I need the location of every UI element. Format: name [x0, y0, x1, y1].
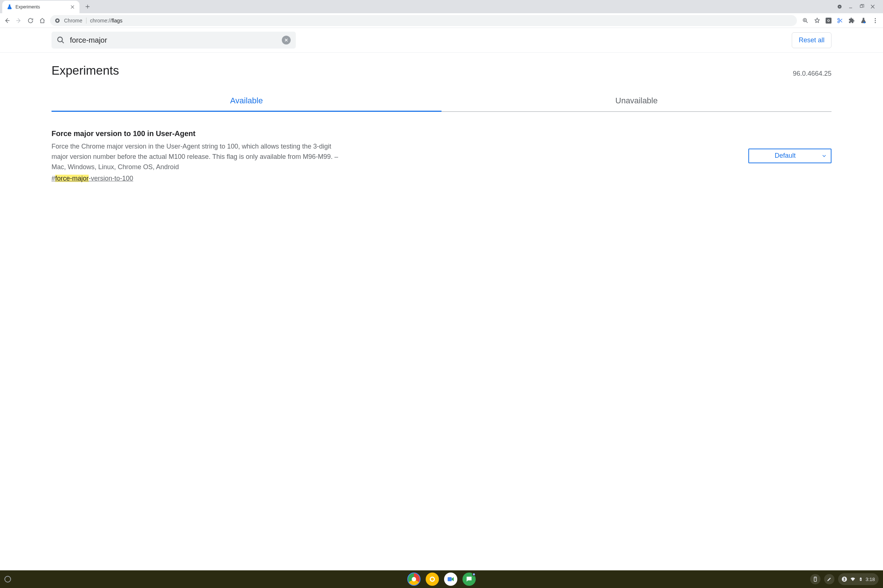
flag-text: Force major version to 100 in User-Agent… [51, 129, 737, 182]
search-input[interactable]: force-major [51, 32, 296, 48]
clock: 3:18 [866, 577, 875, 582]
browser-chrome: Experiments Chrome chrome://flags [0, 0, 883, 28]
flag-dropdown-value: Default [749, 152, 821, 160]
flag-description: Force the Chrome major version in the Us… [51, 142, 346, 172]
launcher-button[interactable] [5, 576, 11, 582]
svg-rect-1 [860, 5, 862, 8]
flag-dropdown[interactable]: Default [748, 148, 832, 163]
system-tray: 3 3:18 [810, 573, 878, 585]
duo-app-icon[interactable] [444, 573, 457, 586]
reload-button[interactable] [27, 16, 35, 25]
search-value: force-major [70, 36, 277, 45]
zoom-icon[interactable] [802, 17, 809, 24]
notification-badge: 3 [842, 577, 847, 582]
svg-point-3 [56, 20, 58, 21]
content-area: Experiments 96.0.4664.25 Available Unava… [0, 52, 883, 197]
svg-point-8 [863, 22, 865, 24]
flag-anchor-link[interactable]: #force-major-version-to-100 [51, 175, 133, 182]
star-icon[interactable] [814, 17, 820, 24]
scissors-icon[interactable] [836, 17, 843, 24]
labs-icon[interactable] [860, 17, 867, 24]
omnibox-chip: Chrome [64, 18, 83, 24]
phone-hub-icon[interactable] [810, 574, 820, 584]
flag-item: Force major version to 100 in User-Agent… [51, 129, 832, 182]
minimize-icon[interactable] [848, 4, 854, 9]
window-close-icon[interactable] [870, 4, 875, 9]
tab-title: Experiments [15, 4, 67, 9]
version-label: 96.0.4664.25 [793, 70, 832, 78]
battery-icon [859, 576, 863, 582]
wifi-icon [850, 576, 856, 582]
home-button[interactable] [38, 16, 47, 25]
browser-toolbar: Chrome chrome://flags [0, 13, 883, 28]
app-icon-2[interactable] [426, 573, 439, 586]
stylus-icon[interactable] [824, 574, 835, 584]
omnibox-url: chrome://flags [90, 18, 123, 24]
svg-point-10 [875, 20, 876, 21]
messages-app-icon[interactable] [463, 573, 476, 586]
window-controls [836, 4, 881, 9]
tab-strip: Experiments [0, 0, 883, 13]
shelf-apps [407, 573, 476, 586]
tab-unavailable[interactable]: Unavailable [442, 91, 832, 112]
shelf: 3 3:18 [0, 570, 883, 588]
status-area[interactable]: 3 3:18 [838, 573, 878, 585]
browser-tab[interactable]: Experiments [2, 1, 80, 13]
maximize-icon[interactable] [859, 4, 865, 9]
chrome-app-icon[interactable] [407, 573, 420, 586]
account-icon[interactable] [836, 4, 842, 9]
svg-point-11 [875, 22, 876, 23]
back-button[interactable] [3, 16, 11, 25]
header-row: Experiments 96.0.4664.25 [51, 64, 832, 78]
search-row: force-major Reset all [0, 28, 883, 52]
reset-all-button[interactable]: Reset all [792, 32, 832, 48]
svg-point-12 [58, 37, 63, 42]
svg-point-5 [828, 20, 830, 21]
extension-icon-1[interactable] [826, 18, 832, 24]
flask-icon [7, 4, 12, 10]
svg-rect-13 [448, 578, 452, 581]
clear-search-button[interactable] [282, 36, 291, 45]
toolbar-actions [800, 17, 880, 24]
svg-point-9 [875, 18, 876, 19]
chevron-down-icon [821, 153, 827, 159]
address-bar[interactable]: Chrome chrome://flags [50, 15, 797, 26]
tab-bar: Available Unavailable [51, 91, 832, 112]
search-icon [57, 36, 65, 44]
close-icon[interactable] [70, 4, 75, 9]
forward-button[interactable] [15, 16, 23, 25]
tab-available[interactable]: Available [51, 91, 442, 112]
menu-icon[interactable] [872, 17, 878, 24]
svg-rect-16 [860, 578, 861, 578]
chrome-icon [54, 18, 60, 24]
flag-title: Force major version to 100 in User-Agent [51, 129, 737, 138]
page-content: force-major Reset all Experiments 96.0.4… [0, 28, 883, 570]
new-tab-button[interactable] [83, 2, 93, 12]
page-title: Experiments [51, 64, 119, 78]
extensions-icon[interactable] [848, 17, 855, 24]
